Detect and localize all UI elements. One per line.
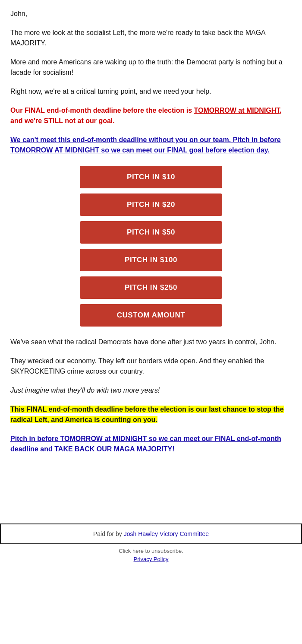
final-cta-link[interactable]: Pitch in before TOMORROW at MIDNIGHT so … bbox=[10, 435, 281, 453]
spacer bbox=[0, 472, 302, 506]
committee-link[interactable]: Josh Hawley Victory Committee bbox=[124, 530, 209, 537]
unsubscribe-link[interactable]: Click here to unsubscribe. bbox=[119, 548, 183, 554]
paid-for-by: Paid for by Josh Hawley Victory Committe… bbox=[7, 530, 295, 537]
paragraph-3: Right now, we're at a critical turning p… bbox=[10, 86, 292, 97]
paragraph-4: Our FINAL end-of-month deadline before t… bbox=[10, 105, 292, 126]
paragraph-9: This FINAL end-of-month deadline before … bbox=[10, 404, 292, 425]
p4-tomorrow-link[interactable]: TOMORROW at MIDNIGHT bbox=[194, 107, 280, 114]
paragraph-1: The more we look at the socialist Left, … bbox=[10, 28, 292, 48]
donate-btn-custom[interactable]: CUSTOM AMOUNT bbox=[80, 304, 222, 327]
paragraph-8: Just imagine what they'll do with two mo… bbox=[10, 385, 292, 396]
paragraph-10[interactable]: Pitch in before TOMORROW at MIDNIGHT so … bbox=[10, 434, 292, 454]
donate-btn-250[interactable]: PITCH IN $250 bbox=[80, 276, 222, 299]
paragraph-2: More and more Americans are waking up to… bbox=[10, 57, 292, 78]
donate-btn-50[interactable]: PITCH IN $50 bbox=[80, 221, 222, 244]
privacy-policy-link[interactable]: Privacy Policy bbox=[134, 556, 169, 562]
paragraph-7: They wrecked our economy. They left our … bbox=[10, 356, 292, 377]
email-body: John, The more we look at the socialist … bbox=[0, 0, 302, 472]
privacy-policy-container: Privacy Policy bbox=[0, 556, 302, 562]
p4-prefix: Our FINAL end-of-month deadline before t… bbox=[10, 107, 194, 114]
highlight-text: This FINAL end-of-month deadline before … bbox=[10, 406, 284, 423]
paragraph-6: We've seen what the radical Democrats ha… bbox=[10, 337, 292, 347]
donate-buttons-container: PITCH IN $10 PITCH IN $20 PITCH IN $50 P… bbox=[10, 166, 292, 327]
paid-prefix: Paid for by bbox=[93, 530, 124, 537]
donate-btn-20[interactable]: PITCH IN $20 bbox=[80, 194, 222, 216]
donate-btn-10[interactable]: PITCH IN $10 bbox=[80, 166, 222, 188]
greeting: John, bbox=[10, 9, 292, 19]
pitch-in-link[interactable]: We can't meet this end-of-month deadline… bbox=[10, 136, 281, 154]
unsubscribe-text: Click here to unsubscribe. bbox=[0, 548, 302, 554]
donate-btn-100[interactable]: PITCH IN $100 bbox=[80, 249, 222, 271]
footer-box: Paid for by Josh Hawley Victory Committe… bbox=[0, 523, 302, 544]
paragraph-5[interactable]: We can't meet this end-of-month deadline… bbox=[10, 135, 292, 155]
